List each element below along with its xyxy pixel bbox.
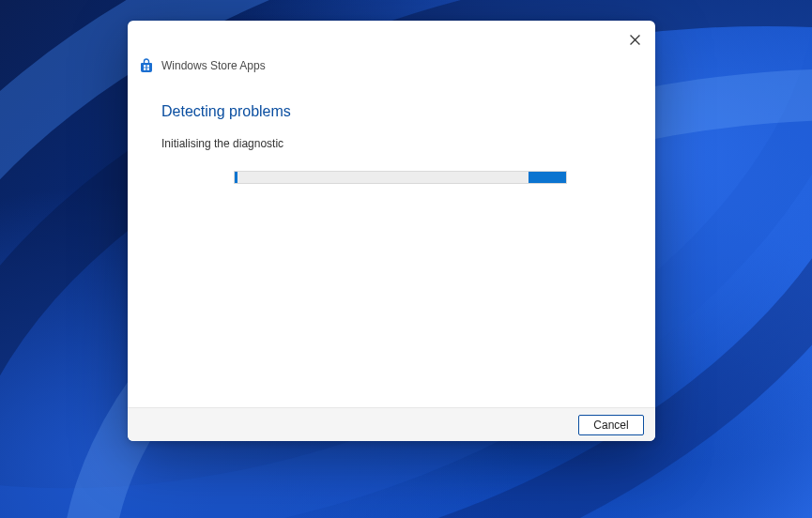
dialog-footer: Cancel bbox=[128, 407, 655, 441]
svg-rect-5 bbox=[147, 68, 149, 69]
close-icon bbox=[630, 32, 640, 49]
svg-rect-4 bbox=[144, 68, 146, 69]
troubleshooter-name: Windows Store Apps bbox=[161, 59, 266, 72]
close-button[interactable] bbox=[621, 28, 648, 53]
dialog-heading: Detecting problems bbox=[161, 103, 621, 120]
dialog-titlebar bbox=[128, 21, 655, 54]
svg-rect-2 bbox=[144, 65, 146, 67]
svg-rect-3 bbox=[147, 65, 149, 67]
store-bag-icon bbox=[139, 58, 154, 73]
dialog-content: Detecting problems Initialising the diag… bbox=[128, 79, 655, 407]
progress-bar bbox=[234, 171, 567, 184]
status-text: Initialising the diagnostic bbox=[161, 137, 621, 150]
cancel-button[interactable]: Cancel bbox=[578, 415, 644, 435]
troubleshooter-header: Windows Store Apps bbox=[128, 53, 655, 79]
troubleshooter-dialog: Windows Store Apps Detecting problems In… bbox=[128, 21, 655, 441]
